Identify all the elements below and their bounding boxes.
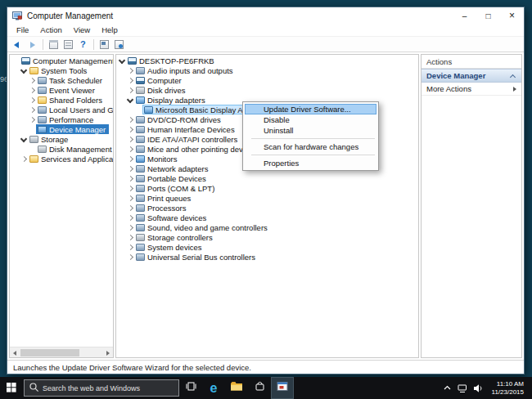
- scrollbar-track[interactable]: [20, 347, 102, 358]
- tree-item-portable-devices[interactable]: Portable Devices: [116, 173, 418, 183]
- expander-collapsed-icon[interactable]: [20, 155, 28, 163]
- expander-collapsed-icon[interactable]: [126, 164, 134, 173]
- hidden-icons-chevron-icon[interactable]: [440, 377, 454, 399]
- tree-item-performance[interactable]: Performance: [10, 114, 113, 124]
- more-actions-item[interactable]: More Actions: [422, 83, 521, 96]
- computer-management-icon: [21, 57, 30, 65]
- tree-item-label: System Tools: [41, 66, 87, 75]
- properties-icon[interactable]: [62, 38, 74, 51]
- tree-item-local-users-and-groups[interactable]: Local Users and Groups: [10, 105, 113, 114]
- tree-item-disk-drives[interactable]: Disk drives: [116, 85, 418, 95]
- tree-item-print-queues[interactable]: Print queues: [116, 193, 418, 203]
- expander-collapsed-icon[interactable]: [126, 184, 134, 192]
- expander-collapsed-icon[interactable]: [126, 223, 134, 231]
- expander-collapsed-icon[interactable]: [126, 213, 134, 222]
- expander-collapsed-icon[interactable]: [28, 96, 36, 104]
- tree-item-audio-inputs-and-outputs[interactable]: Audio inputs and outputs: [116, 65, 418, 75]
- edge-taskbar-button[interactable]: [202, 377, 225, 399]
- forward-icon[interactable]: [26, 38, 38, 51]
- tree-item-shared-folders[interactable]: Shared Folders: [10, 95, 113, 105]
- network-icon[interactable]: [456, 377, 470, 399]
- task-view-button[interactable]: [179, 377, 202, 399]
- start-button[interactable]: [0, 377, 23, 399]
- file-explorer-taskbar-button[interactable]: [225, 377, 248, 399]
- close-button[interactable]: ×: [500, 7, 524, 24]
- tree-item-event-viewer[interactable]: Event Viewer: [10, 85, 113, 95]
- back-icon[interactable]: [11, 38, 24, 51]
- store-taskbar-button[interactable]: [248, 377, 271, 399]
- taskbar-clock[interactable]: 11:10 AM 11/23/2015: [487, 380, 527, 396]
- tree-item-computer[interactable]: Computer: [116, 75, 418, 85]
- tree-item-label: Computer Management (Local): [33, 56, 113, 65]
- scan-hardware-icon[interactable]: [98, 38, 110, 51]
- collapse-chevron-icon[interactable]: [510, 73, 516, 79]
- horizontal-scrollbar[interactable]: [10, 347, 113, 357]
- tree-item-label: Shared Folders: [49, 96, 102, 105]
- expander-collapsed-icon[interactable]: [126, 86, 134, 94]
- expander-expanded-icon[interactable]: [126, 96, 134, 104]
- menu-action[interactable]: Action: [34, 25, 67, 34]
- menu-item-label: Disable: [264, 115, 290, 124]
- tree-item-device-manager[interactable]: Device Manager: [10, 124, 113, 134]
- help-icon[interactable]: [77, 38, 89, 51]
- expander-collapsed-icon[interactable]: [126, 243, 134, 251]
- tree-item-system-tools[interactable]: System Tools: [10, 65, 113, 75]
- tree-item-disk-management[interactable]: Disk Management: [10, 144, 113, 154]
- tree-item-label: Storage controllers: [147, 233, 213, 242]
- task-scheduler-icon: [38, 77, 47, 84]
- scroll-right-icon[interactable]: [102, 347, 113, 358]
- expander-collapsed-icon[interactable]: [126, 155, 134, 163]
- search-input[interactable]: [43, 384, 174, 392]
- expander-collapsed-icon[interactable]: [28, 76, 36, 84]
- menu-file[interactable]: File: [11, 25, 34, 34]
- expander-collapsed-icon[interactable]: [28, 115, 36, 123]
- expander-collapsed-icon[interactable]: [126, 145, 134, 153]
- expander-expanded-icon[interactable]: [118, 56, 126, 65]
- tree-item-ports-com-lpt[interactable]: Ports (COM & LPT): [116, 183, 418, 193]
- menu-item-disable[interactable]: Disable: [245, 114, 376, 125]
- computer-management-taskbar-button[interactable]: [271, 377, 294, 399]
- menu-help[interactable]: Help: [96, 25, 124, 34]
- volume-icon[interactable]: [471, 377, 485, 399]
- tree-item-desktop-pe6frkb[interactable]: DESKTOP-PE6FRKB: [116, 56, 418, 65]
- expander-collapsed-icon[interactable]: [126, 253, 134, 261]
- actions-group-header[interactable]: Device Manager: [422, 69, 521, 83]
- menu-item-uninstall[interactable]: Uninstall: [245, 125, 376, 136]
- scroll-left-icon[interactable]: [10, 347, 20, 358]
- expander-collapsed-icon[interactable]: [126, 115, 134, 123]
- tree-item-sound-video-and-game-controllers[interactable]: Sound, video and game controllers: [116, 222, 418, 232]
- tree-item-computer-management-local[interactable]: Computer Management (Local): [10, 56, 113, 65]
- menu-item-scan-for-hardware-changes[interactable]: Scan for hardware changes: [245, 141, 376, 152]
- console-tree-icon[interactable]: [47, 38, 60, 51]
- tree-item-universal-serial-bus-controllers[interactable]: Universal Serial Bus controllers: [116, 252, 418, 262]
- expander-expanded-icon[interactable]: [20, 135, 28, 143]
- tree-item-storage[interactable]: Storage: [10, 134, 113, 144]
- expander-collapsed-icon[interactable]: [126, 194, 134, 202]
- expander-collapsed-icon[interactable]: [28, 105, 36, 114]
- tree-item-storage-controllers[interactable]: Storage controllers: [116, 232, 418, 242]
- console-tree-pane: Computer Management (Local)System ToolsT…: [9, 54, 114, 358]
- minimize-button[interactable]: –: [453, 7, 476, 24]
- update-driver-icon[interactable]: [113, 38, 125, 51]
- menu-item-update-driver-software[interactable]: Update Driver Software...: [245, 104, 376, 114]
- expander-collapsed-icon[interactable]: [126, 125, 134, 133]
- expander-collapsed-icon[interactable]: [126, 174, 134, 182]
- expander-collapsed-icon[interactable]: [126, 233, 134, 241]
- expander-collapsed-icon[interactable]: [28, 86, 36, 94]
- title-bar[interactable]: Computer Management – □ ×: [7, 7, 524, 24]
- menu-item-properties[interactable]: Properties: [245, 158, 376, 168]
- expander-collapsed-icon[interactable]: [126, 204, 134, 212]
- tree-item-system-devices[interactable]: System devices: [116, 242, 418, 252]
- expander-collapsed-icon[interactable]: [126, 76, 134, 84]
- scrollbar-thumb[interactable]: [20, 349, 79, 356]
- tree-item-software-devices[interactable]: Software devices: [116, 213, 418, 222]
- tree-item-processors[interactable]: Processors: [116, 203, 418, 213]
- tree-item-task-scheduler[interactable]: Task Scheduler: [10, 75, 113, 85]
- tree-item-services-and-applications[interactable]: Services and Applications: [10, 154, 113, 164]
- maximize-button[interactable]: □: [476, 7, 500, 24]
- expander-expanded-icon[interactable]: [20, 66, 28, 74]
- taskbar-search[interactable]: [24, 379, 179, 397]
- menu-view[interactable]: View: [68, 25, 96, 34]
- expander-collapsed-icon[interactable]: [126, 135, 134, 143]
- expander-collapsed-icon[interactable]: [126, 66, 134, 74]
